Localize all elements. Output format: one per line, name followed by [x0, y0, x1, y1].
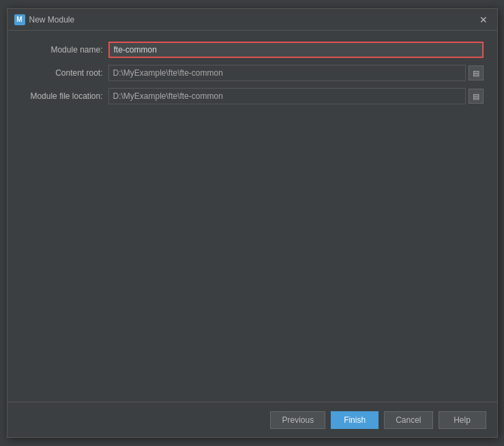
content-root-label: Content root: — [21, 68, 103, 78]
content-root-browse-button[interactable]: ▤ — [469, 65, 484, 80]
dialog-title: New Module — [29, 15, 75, 25]
module-file-browse-button[interactable]: ▤ — [469, 89, 484, 104]
dialog-icon-letter: M — [16, 16, 22, 23]
cancel-label: Cancel — [396, 415, 421, 425]
footer: Previous Finish Cancel Help — [8, 402, 497, 437]
content-root-input[interactable] — [108, 65, 466, 81]
module-name-input[interactable] — [108, 42, 484, 58]
content-spacer — [21, 111, 484, 391]
folder-icon-2: ▤ — [473, 92, 479, 101]
finish-label: Finish — [344, 415, 366, 425]
new-module-dialog: M New Module ✕ Module name: Content root… — [7, 8, 498, 438]
module-name-row: Module name: — [21, 42, 484, 58]
dialog-icon: M — [14, 14, 25, 25]
module-name-label: Module name: — [21, 45, 103, 55]
close-button[interactable]: ✕ — [477, 13, 490, 27]
help-button[interactable]: Help — [439, 411, 486, 429]
title-bar: M New Module ✕ — [8, 9, 497, 31]
form-content: Module name: Content root: ▤ Module file… — [8, 31, 497, 402]
module-file-field-group: ▤ — [108, 88, 484, 104]
finish-button[interactable]: Finish — [331, 411, 379, 429]
close-icon: ✕ — [479, 14, 488, 25]
content-root-field-group: ▤ — [108, 65, 484, 81]
module-file-label: Module file location: — [21, 91, 103, 101]
previous-button[interactable]: Previous — [270, 411, 325, 429]
help-label: Help — [454, 415, 471, 425]
module-file-input[interactable] — [108, 88, 466, 104]
title-bar-left: M New Module — [14, 14, 75, 25]
content-root-row: Content root: ▤ — [21, 65, 484, 81]
previous-label: Previous — [282, 415, 314, 425]
module-file-row: Module file location: ▤ — [21, 88, 484, 104]
folder-icon: ▤ — [473, 69, 479, 78]
cancel-button[interactable]: Cancel — [384, 411, 432, 429]
